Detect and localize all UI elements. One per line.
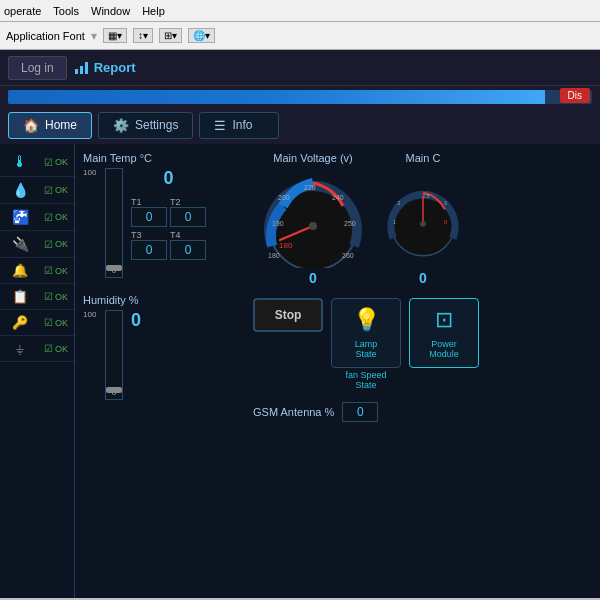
sidebar: 🌡 ☑ OK 💧 ☑ OK 🚰 ☑ OK	[0, 144, 75, 598]
ok-label-tap: OK	[55, 212, 68, 222]
app-window: Log in Report Dis 🏠 Home ⚙️ Settings ☰ I	[0, 50, 600, 598]
plug-icon: 🔌	[6, 236, 34, 252]
ground-icon: ⏚	[6, 341, 34, 356]
humidity-section: Humidity % 100 0	[83, 294, 243, 400]
panel-icon: 📋	[6, 289, 34, 304]
current-title: Main C	[406, 152, 441, 164]
ok-label-panel: OK	[55, 292, 68, 302]
toolbar: Application Font ▾ ▦▾ ↕▾ ⊞▾ 🌐▾	[0, 22, 600, 50]
voltage-gauge-svg: 180 190 200 220 240 250 260 180	[258, 168, 368, 268]
tab-info[interactable]: ☰ Info	[199, 112, 279, 139]
lock-icon: 🔑	[6, 315, 34, 330]
menu-bar: operate Tools Window Help	[0, 0, 600, 22]
login-button[interactable]: Log in	[8, 56, 67, 80]
t3-label: T3	[131, 230, 142, 240]
temp-value: 0	[131, 168, 206, 189]
temp-bar-bg: 0	[105, 168, 123, 278]
main-content: 🌡 ☑ OK 💧 ☑ OK 🚰 ☑ OK	[0, 144, 600, 598]
temp-slider-handle[interactable]	[106, 265, 122, 271]
checkmark-icon-tap: ☑	[44, 212, 53, 223]
toolbar-globe-btn[interactable]: 🌐▾	[188, 28, 215, 43]
t4-value[interactable]: 0	[170, 240, 206, 260]
ok-badge-ground: ☑ OK	[44, 343, 68, 354]
stop-button[interactable]: Stop	[253, 298, 323, 332]
ok-badge-temp: ☑ OK	[44, 157, 68, 168]
temp-scale: 100	[83, 168, 96, 278]
tab-info-label: Info	[232, 118, 252, 132]
checkmark-icon-water: ☑	[44, 185, 53, 196]
humidity-slider-handle[interactable]	[106, 387, 122, 393]
ok-label-plug: OK	[55, 239, 68, 249]
svg-point-10	[309, 222, 317, 230]
ok-badge-water: ☑ OK	[44, 185, 68, 196]
toolbar-arrow-btn[interactable]: ↕▾	[133, 28, 153, 43]
current-gauge-svg: 1 2 2.5 3 0	[383, 168, 463, 268]
humidity-value: 0	[131, 310, 141, 331]
progress-bar-fill	[8, 90, 545, 104]
font-label: Application Font	[6, 30, 85, 42]
humidity-bar-bg: 0	[105, 310, 123, 400]
t1-value[interactable]: 0	[131, 207, 167, 227]
bar-chart-icon	[75, 62, 88, 74]
sidebar-item-lock: 🔑 ☑ OK	[0, 310, 74, 336]
menu-tools[interactable]: Tools	[53, 5, 79, 17]
toolbar-grid-btn[interactable]: ▦▾	[103, 28, 127, 43]
report-label: Report	[94, 60, 136, 75]
ok-label-water: OK	[55, 185, 68, 195]
current-value: 0	[419, 270, 427, 286]
gsm-label: GSM Antenna %	[253, 406, 334, 418]
menu-window[interactable]: Window	[91, 5, 130, 17]
ok-label-ground: OK	[55, 344, 68, 354]
toolbar-chart-btn[interactable]: ⊞▾	[159, 28, 182, 43]
lamp-button[interactable]: 💡 LampState	[331, 298, 401, 368]
lamp-icon: 💡	[353, 307, 380, 333]
sidebar-item-plug: 🔌 ☑ OK	[0, 231, 74, 258]
tab-home-label: Home	[45, 118, 77, 132]
thermometer-icon: 🌡	[6, 153, 34, 171]
bottom-row: Humidity % 100 0	[83, 294, 592, 422]
home-icon: 🏠	[23, 118, 39, 133]
menu-help[interactable]: Help	[142, 5, 165, 17]
voltage-title: Main Voltage (v)	[273, 152, 352, 164]
voltage-value: 0	[309, 270, 317, 286]
voltage-gauge-section: Main Voltage (v) 180 190 200	[253, 152, 373, 286]
svg-text:190: 190	[272, 220, 284, 227]
checkmark-icon-alarm: ☑	[44, 265, 53, 276]
controls-area: Stop 💡 LampState ⊡ PowerModule	[253, 294, 479, 422]
gsm-row: GSM Antenna % 0	[253, 402, 479, 422]
checkmark-icon-temp: ☑	[44, 157, 53, 168]
disconnect-button[interactable]: Dis	[560, 88, 590, 103]
list-icon: ☰	[214, 118, 226, 133]
ok-label-alarm: OK	[55, 266, 68, 276]
t3-value[interactable]: 0	[131, 240, 167, 260]
gsm-value[interactable]: 0	[342, 402, 378, 422]
t1-cell: T1 0	[131, 197, 167, 227]
settings-icon: ⚙️	[113, 118, 129, 133]
power-button[interactable]: ⊡ PowerModule	[409, 298, 479, 368]
svg-text:2: 2	[398, 200, 401, 206]
t2-cell: T2 0	[170, 197, 206, 227]
fan-speed-label: fan SpeedState	[253, 370, 479, 390]
stop-label: Stop	[275, 308, 302, 322]
power-module-icon: ⊡	[435, 307, 453, 333]
t2-value[interactable]: 0	[170, 207, 206, 227]
checkmark-icon-lock: ☑	[44, 317, 53, 328]
report-section: Report	[75, 60, 136, 75]
humidity-scale: 100	[83, 310, 96, 400]
right-content: Main Temp °C 100 0	[75, 144, 600, 598]
tab-home[interactable]: 🏠 Home	[8, 112, 92, 139]
temp-section: Main Temp °C 100 0	[83, 152, 243, 278]
tap-icon: 🚰	[6, 209, 34, 225]
ok-badge-plug: ☑ OK	[44, 239, 68, 250]
temp-scale-top: 100	[83, 168, 96, 177]
sidebar-item-alarm: 🔔 ☑ OK	[0, 258, 74, 284]
humidity-scale-top: 100	[83, 310, 96, 319]
svg-text:250: 250	[344, 220, 356, 227]
tab-bar: 🏠 Home ⚙️ Settings ☰ Info	[0, 106, 600, 144]
menu-operate[interactable]: operate	[4, 5, 41, 17]
checkmark-icon-plug: ☑	[44, 239, 53, 250]
svg-text:180: 180	[268, 252, 280, 259]
svg-text:180: 180	[279, 241, 293, 250]
sidebar-item-tap: 🚰 ☑ OK	[0, 204, 74, 231]
tab-settings[interactable]: ⚙️ Settings	[98, 112, 193, 139]
